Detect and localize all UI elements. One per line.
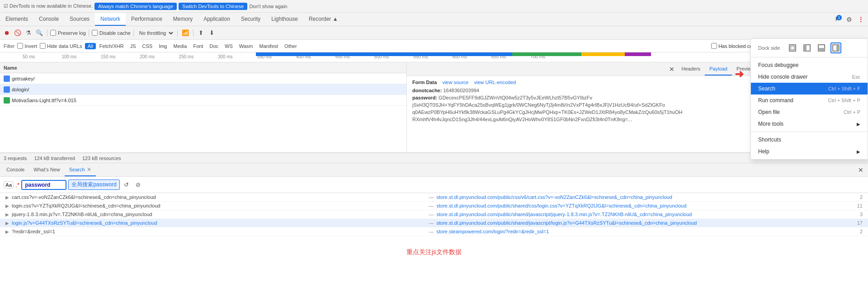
throttle-select[interactable]: No throttling Fast 3G Slow 3G Offline: [137, 30, 175, 36]
mark-250ms: 250 ms: [178, 52, 194, 59]
tab-performance[interactable]: Performance: [126, 13, 168, 26]
list-item[interactable]: ▶ login.js?v=G44TXsRzSYTu&l=schinese&_cd…: [0, 219, 868, 227]
menu-item-focus-debuggee[interactable]: Focus debuggee: [751, 59, 868, 71]
dock-bottom-btn[interactable]: [816, 43, 827, 53]
menu-item-arrow: ▶: [857, 149, 860, 154]
view-url-encoded-link[interactable]: view URL-encoded: [474, 80, 516, 85]
dot-toggle[interactable]: .*: [15, 181, 19, 189]
tab-network[interactable]: Network: [95, 13, 126, 26]
separator-2: [89, 29, 89, 37]
devtools-settings-btn[interactable]: ⚙: [844, 14, 854, 25]
filter-doc[interactable]: Doc: [207, 43, 221, 49]
filter-ws[interactable]: WS: [222, 43, 236, 49]
tab-console-bottom[interactable]: Console: [2, 163, 29, 176]
menu-item-shortcut: Ctrl + Shift + F: [828, 86, 860, 91]
filter-types: All Fetch/XHR JS CSS Img Media Font Doc …: [85, 43, 300, 49]
dismiss-btn[interactable]: Don't show again: [249, 4, 287, 9]
tab-search-close[interactable]: ✕: [87, 166, 91, 173]
mark-100ms: 100 ms: [61, 52, 76, 59]
devtools-more-btn[interactable]: ⋮: [855, 14, 866, 25]
list-item[interactable]: ▶ ?redir=&redir_ssl=1 — store.steampower…: [0, 227, 868, 236]
result-short-url: ?redir=&redir_ssl=1: [12, 229, 426, 234]
tab-headers[interactable]: Headers: [677, 62, 705, 76]
filter-other[interactable]: Other: [282, 43, 300, 49]
list-item[interactable]: ▶ cart.css?v=-voN2ZanCZk6&l=schinese&_cd…: [0, 193, 868, 202]
filter-css[interactable]: CSS: [140, 43, 156, 49]
tab-lighthouse[interactable]: Lighthouse: [266, 13, 303, 26]
refresh-search-btn[interactable]: ↺: [122, 180, 132, 190]
menu-item-run-command[interactable]: Run command Ctrl + Shift + P: [751, 94, 868, 106]
preserve-log-checkbox[interactable]: [50, 30, 56, 36]
import-har-btn[interactable]: ⬆: [196, 28, 206, 38]
disable-cache-checkbox[interactable]: [92, 30, 98, 36]
record-btn[interactable]: ⏺: [2, 28, 12, 38]
font-icon: [4, 97, 10, 104]
filter-manifest[interactable]: Manifest: [257, 43, 281, 49]
menu-item-more-tools[interactable]: More tools ▶: [751, 118, 868, 130]
tab-application[interactable]: Application: [198, 13, 236, 26]
tab-memory[interactable]: Memory: [168, 13, 198, 26]
row-name: MotivaSans-Light.ttf?v=4.015: [12, 98, 76, 103]
list-item[interactable]: ▶ login.css?v=YZTqXkRQ2IJG&l=schinese&_c…: [0, 202, 868, 210]
filter-img[interactable]: Img: [156, 43, 170, 49]
bottom-annotation: 重点关注js文件数据: [0, 246, 868, 258]
tab-sources[interactable]: Sources: [64, 13, 95, 26]
menu-item-shortcuts[interactable]: Shortcuts: [751, 134, 868, 146]
menu-item-search[interactable]: Search Ctrl + Shift + F: [751, 83, 868, 94]
disable-cache-label[interactable]: Disable cache: [92, 30, 131, 36]
clear-search-btn[interactable]: ⊘: [133, 180, 143, 190]
tab-payload[interactable]: Payload: [705, 62, 732, 76]
tab-console[interactable]: Console: [33, 13, 64, 26]
network-conditions-btn[interactable]: 📶: [180, 28, 190, 38]
invert-checkbox[interactable]: [17, 43, 23, 49]
tab-whats-new[interactable]: What's New: [29, 163, 64, 176]
svg-rect-5: [818, 48, 825, 51]
filter-font[interactable]: Font: [190, 43, 206, 49]
clear-btn[interactable]: 🚫: [13, 28, 23, 38]
table-row[interactable]: getrsakey/: [0, 73, 406, 84]
tab-elements[interactable]: Elements: [0, 13, 33, 26]
result-short-url: login.js?v=G44TXsRzSYTu&l=schinese&_cdn=…: [12, 220, 426, 226]
dock-undock-btn[interactable]: [787, 43, 798, 53]
filter-js[interactable]: JS: [127, 43, 139, 49]
tab-search[interactable]: Search ✕: [65, 163, 96, 176]
hide-data-checkbox[interactable]: [40, 43, 46, 49]
tab-recorder[interactable]: Recorder ▲: [303, 13, 344, 26]
resources-size: 123 kB resources: [82, 156, 121, 161]
bottom-panel-close[interactable]: ✕: [855, 166, 866, 174]
filter-media[interactable]: Media: [170, 43, 189, 49]
tab-security[interactable]: Security: [236, 13, 266, 26]
filter-fetch-xhr[interactable]: Fetch/XHR: [97, 43, 127, 49]
filter-wasm[interactable]: Wasm: [236, 43, 256, 49]
aa-toggle[interactable]: Aa: [4, 181, 14, 189]
dock-right-btn[interactable]: [830, 43, 841, 53]
preserve-log-label[interactable]: Preserve log: [50, 30, 86, 36]
filter-all[interactable]: All: [85, 43, 96, 49]
table-row[interactable]: dologin/: [0, 84, 406, 95]
invert-filter[interactable]: Invert: [17, 43, 37, 49]
field-value: jSvH3QT0SJH+YqFY5hDAca25sBvqWEg1jgrk/0WC…: [412, 102, 665, 108]
export-har-btn[interactable]: ⬇: [207, 28, 217, 38]
filter-btn[interactable]: ⚗: [24, 28, 33, 38]
dock-left-btn[interactable]: [802, 43, 812, 53]
search-btn[interactable]: 🔍: [34, 28, 44, 38]
search-input[interactable]: [21, 180, 66, 190]
language-match-btn[interactable]: Always match Chrome's language: [94, 3, 177, 10]
hide-data-urls-filter[interactable]: Hide data URLs: [40, 43, 82, 49]
table-row[interactable]: MotivaSans-Light.ttf?v=4.015: [0, 95, 406, 106]
dock-section: Dock side: [751, 41, 868, 55]
menu-item-help[interactable]: Help ▶: [751, 146, 868, 157]
menu-item-hide-console[interactable]: Hide console drawer Esc: [751, 71, 868, 83]
list-item[interactable]: ▶ jquery-1.8.3.min.js?v=.TZ2NKhB-nliU&_c…: [0, 210, 868, 219]
devtools-flag-btn[interactable]: ⚑ 1: [832, 14, 843, 25]
switch-devtools-btn[interactable]: Switch DevTools to Chinese: [179, 3, 247, 10]
flag-badge: 1: [836, 15, 842, 20]
filter-bar: Filter Invert Hide data URLs All Fetch/X…: [0, 40, 868, 52]
detail-close-btn[interactable]: ✕: [666, 66, 677, 73]
has-blocked-checkbox[interactable]: [711, 43, 717, 49]
menu-item-label: Open file: [758, 109, 780, 115]
menu-item-open-file[interactable]: Open file Ctrl + P: [751, 106, 868, 118]
view-source-link[interactable]: view source: [442, 80, 468, 85]
top-notice-bar: ☑ DevTools is now available in Chinese. …: [0, 0, 868, 13]
row-name: dologin/: [12, 87, 29, 92]
